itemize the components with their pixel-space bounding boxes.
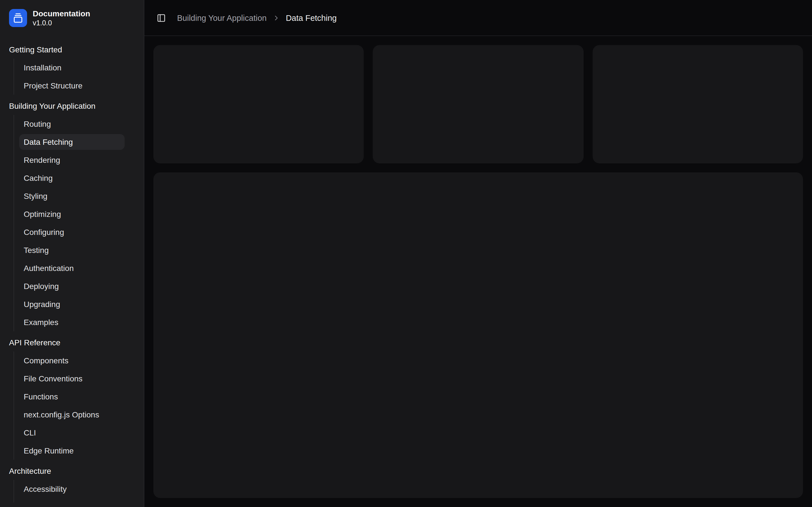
sidebar-sublist: Accessibility Fast Refresh [13, 480, 124, 503]
sidebar-item-fast-refresh[interactable]: Fast Refresh [19, 499, 124, 503]
chevron-right-icon [272, 14, 280, 22]
sidebar-group-label-building-your-application[interactable]: Building Your Application [4, 97, 139, 115]
sidebar-item-routing[interactable]: Routing [19, 116, 124, 132]
list-item: Deploying [19, 277, 124, 295]
sidebar-item-data-fetching[interactable]: Data Fetching [19, 134, 124, 150]
list-item: Upgrading [19, 295, 124, 314]
sidebar-item-caching[interactable]: Caching [19, 170, 124, 186]
app-title: Documentation [33, 9, 90, 18]
sidebar-item-functions[interactable]: Functions [19, 389, 124, 405]
workspace-switcher-button[interactable]: Documentation v1.0.0 [4, 4, 139, 32]
sidebar-toggle-button[interactable] [153, 10, 169, 25]
list-item: Caching [19, 169, 124, 187]
sidebar-group-label-api-reference[interactable]: API Reference [4, 334, 139, 352]
app-root: Documentation v1.0.0 Getting Started Ins… [0, 0, 812, 507]
list-item: Optimizing [19, 205, 124, 223]
list-item: Edge Runtime [19, 442, 124, 460]
placeholder-card-1 [153, 45, 364, 163]
panel-left-icon [157, 13, 166, 22]
sidebar: Documentation v1.0.0 Getting Started Ins… [0, 0, 144, 507]
list-item: CLI [19, 424, 124, 442]
list-item: File Conventions [19, 370, 124, 388]
sidebar-item-authentication[interactable]: Authentication [19, 261, 124, 276]
placeholder-card-2 [373, 45, 583, 163]
list-item: Project Structure [19, 77, 124, 95]
sidebar-item-file-conventions[interactable]: File Conventions [19, 371, 124, 387]
sidebar-group-label-architecture[interactable]: Architecture [4, 462, 139, 480]
sidebar-item-project-structure[interactable]: Project Structure [19, 78, 124, 94]
sidebar-group-label-getting-started[interactable]: Getting Started [4, 41, 139, 59]
sidebar-header: Documentation v1.0.0 [4, 4, 139, 32]
list-item: Accessibility [19, 480, 124, 498]
sidebar-item-testing[interactable]: Testing [19, 242, 124, 258]
list-item: Installation [19, 59, 124, 77]
sidebar-item-examples[interactable]: Examples [19, 315, 124, 330]
main-header: Building Your Application Data Fetching [144, 0, 812, 36]
sidebar-group-building-your-application: Building Your Application Routing Data F… [4, 97, 139, 332]
page-content [144, 36, 812, 507]
list-item: Styling [19, 187, 124, 205]
breadcrumb: Building Your Application Data Fetching [177, 13, 337, 22]
workspace-info: Documentation v1.0.0 [33, 9, 90, 27]
gallery-vertical-end-icon [9, 9, 27, 27]
list-item: Components [19, 352, 124, 370]
placeholder-panel [153, 172, 803, 498]
sidebar-item-optimizing[interactable]: Optimizing [19, 207, 124, 222]
sidebar-group-architecture: Architecture Accessibility Fast Refresh [4, 462, 139, 503]
list-item: Routing [19, 115, 124, 133]
breadcrumb-current-page: Data Fetching [286, 13, 337, 22]
sidebar-item-cli[interactable]: CLI [19, 425, 124, 441]
app-version: v1.0.0 [33, 19, 90, 27]
sidebar-item-rendering[interactable]: Rendering [19, 152, 124, 168]
sidebar-item-styling[interactable]: Styling [19, 188, 124, 204]
list-item: Configuring [19, 223, 124, 241]
list-item: next.config.js Options [19, 406, 124, 424]
breadcrumb-parent-link[interactable]: Building Your Application [177, 13, 267, 22]
list-item: Authentication [19, 260, 124, 277]
sidebar-item-components[interactable]: Components [19, 353, 124, 369]
sidebar-item-deploying[interactable]: Deploying [19, 279, 124, 294]
list-item: Fast Refresh [19, 498, 124, 503]
list-item: Examples [19, 314, 124, 332]
sidebar-item-upgrading[interactable]: Upgrading [19, 297, 124, 313]
placeholder-card-3 [592, 45, 803, 163]
list-item: Rendering [19, 151, 124, 169]
sidebar-group-api-reference: API Reference Components File Convention… [4, 334, 139, 460]
placeholder-card-row [153, 45, 803, 163]
sidebar-group-getting-started: Getting Started Installation Project Str… [4, 41, 139, 95]
main-area: Building Your Application Data Fetching [144, 0, 812, 507]
list-item: Testing [19, 241, 124, 260]
sidebar-sublist: Routing Data Fetching Rendering Caching … [13, 115, 124, 332]
sidebar-item-installation[interactable]: Installation [19, 60, 124, 76]
sidebar-sublist: Installation Project Structure [13, 59, 124, 95]
sidebar-item-edge-runtime[interactable]: Edge Runtime [19, 443, 124, 459]
list-item: Functions [19, 388, 124, 406]
sidebar-item-next-config-js-options[interactable]: next.config.js Options [19, 407, 124, 423]
sidebar-sublist: Components File Conventions Functions ne… [13, 352, 124, 460]
sidebar-item-accessibility[interactable]: Accessibility [19, 482, 124, 497]
list-item: Data Fetching [19, 133, 124, 151]
sidebar-nav: Getting Started Installation Project Str… [4, 32, 139, 503]
sidebar-item-configuring[interactable]: Configuring [19, 224, 124, 240]
